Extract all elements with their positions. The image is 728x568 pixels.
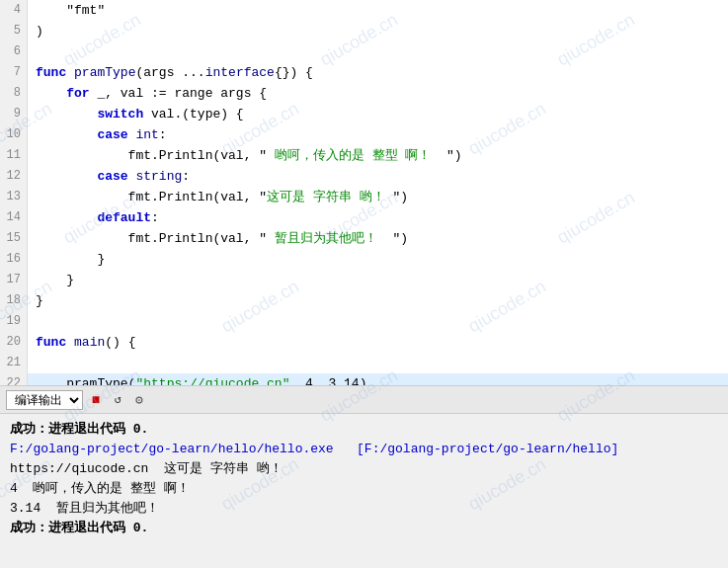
line-number: 14 [0, 207, 28, 228]
output-line: 成功：进程退出代码 0. [10, 420, 718, 440]
code-line-14: 14 default: [0, 207, 728, 228]
code-line-19: 19 [0, 311, 728, 332]
line-number: 11 [0, 145, 28, 166]
line-number: 18 [0, 290, 28, 311]
line-number: 21 [0, 353, 28, 373]
code-content: case int: [28, 124, 167, 145]
line-number: 8 [0, 83, 28, 104]
code-editor: 4 "fmt"5)67func pramType(args ...interfa… [0, 0, 728, 385]
code-line-16: 16 } [0, 249, 728, 270]
code-line-5: 5) [0, 21, 728, 41]
code-content: fmt.Println(val, "这可是 字符串 哟！ ") [28, 187, 408, 207]
code-line-22: 22 pramType("https://qiucode.cn", 4, 3.1… [0, 373, 728, 385]
output-line: https://qiucode.cn 这可是 字符串 哟！ [10, 459, 718, 479]
code-content: switch val.(type) { [28, 104, 244, 124]
code-content: ) [28, 21, 43, 41]
line-number: 22 [0, 373, 28, 385]
code-content: default: [28, 207, 159, 228]
code-content: "fmt" [28, 0, 105, 21]
code-content: pramType("https://qiucode.cn", 4, 3.14) [28, 373, 366, 385]
line-number: 13 [0, 187, 28, 207]
code-line-9: 9 switch val.(type) { [0, 104, 728, 124]
code-line-4: 4 "fmt" [0, 0, 728, 21]
code-content: func main() { [28, 332, 135, 353]
code-line-10: 10 case int: [0, 124, 728, 145]
line-number: 6 [0, 41, 28, 62]
line-number: 9 [0, 104, 28, 124]
settings-button[interactable]: ⚙ [130, 391, 148, 409]
output-line: 3.14 暂且归为其他吧！ [10, 499, 718, 519]
code-line-21: 21 [0, 353, 728, 373]
line-number: 16 [0, 249, 28, 270]
code-line-11: 11 fmt.Println(val, " 哟呵，传入的是 整型 啊！ ") [0, 145, 728, 166]
output-select[interactable]: 编译输出 [6, 390, 83, 410]
code-content: } [28, 290, 43, 311]
stop-button[interactable]: ■ [87, 391, 105, 409]
code-line-15: 15 fmt.Println(val, " 暂且归为其他吧！ ") [0, 228, 728, 249]
line-number: 4 [0, 0, 28, 21]
code-line-8: 8 for _, val := range args { [0, 83, 728, 104]
code-line-18: 18} [0, 290, 728, 311]
code-content: case string: [28, 166, 190, 187]
code-line-12: 12 case string: [0, 166, 728, 187]
line-number: 17 [0, 270, 28, 290]
code-line-6: 6 [0, 41, 728, 62]
line-number: 20 [0, 332, 28, 353]
code-content: for _, val := range args { [28, 83, 267, 104]
line-number: 5 [0, 21, 28, 41]
code-line-13: 13 fmt.Println(val, "这可是 字符串 哟！ ") [0, 187, 728, 207]
rerun-button[interactable]: ↺ [109, 391, 126, 409]
line-number: 7 [0, 62, 28, 83]
panel-output: 成功：进程退出代码 0.F:/golang-project/go-learn/h… [0, 414, 728, 568]
code-content: fmt.Println(val, " 暂且归为其他吧！ ") [28, 228, 408, 249]
line-number: 10 [0, 124, 28, 145]
code-line-7: 7func pramType(args ...interface{}) { [0, 62, 728, 83]
output-line: 4 哟呵，传入的是 整型 啊！ [10, 479, 718, 499]
code-content: } [28, 270, 74, 290]
code-content: fmt.Println(val, " 哟呵，传入的是 整型 啊！ ") [28, 145, 462, 166]
line-number: 15 [0, 228, 28, 249]
line-number: 19 [0, 311, 28, 332]
code-content: } [28, 249, 105, 270]
code-line-20: 20func main() { [0, 332, 728, 353]
code-line-17: 17 } [0, 270, 728, 290]
line-number: 12 [0, 166, 28, 187]
bottom-panel: 编译输出 ■ ↺ ⚙ 成功：进程退出代码 0.F:/golang-project… [0, 385, 728, 568]
output-line: F:/golang-project/go-learn/hello/hello.e… [10, 440, 718, 459]
code-content: func pramType(args ...interface{}) { [28, 62, 313, 83]
panel-toolbar: 编译输出 ■ ↺ ⚙ [0, 386, 728, 414]
output-line: 成功：进程退出代码 0. [10, 519, 718, 538]
